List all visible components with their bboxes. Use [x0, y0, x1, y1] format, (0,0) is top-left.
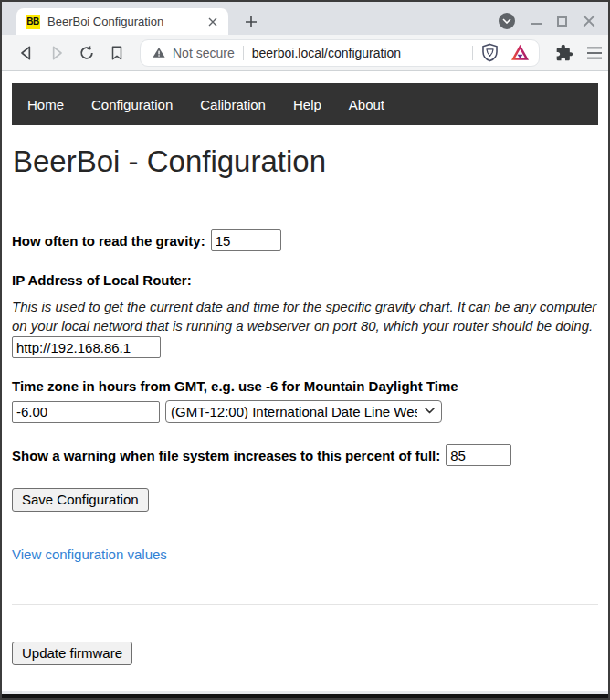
filesystem-warning-label: Show a warning when file system increase…: [12, 448, 440, 463]
toolbar-right-icons: [555, 44, 603, 62]
not-secure-warning-icon: [152, 46, 166, 59]
plus-icon: [245, 16, 258, 28]
nav-item-calibration[interactable]: Calibration: [200, 97, 266, 112]
maximize-button[interactable]: [557, 16, 567, 27]
close-icon: [208, 17, 217, 27]
close-window-button[interactable]: [583, 15, 595, 27]
router-ip-description: This is used to get the current date and…: [12, 297, 598, 335]
extensions-puzzle-icon[interactable]: [555, 44, 573, 62]
window-bottom-frame: [2, 691, 608, 698]
url-text: beerboi.local/configuration: [252, 46, 464, 60]
brave-shield-icon[interactable]: [481, 43, 499, 62]
forward-icon: [47, 44, 66, 62]
gravity-interval-input[interactable]: [211, 229, 281, 251]
window-controls: [499, 13, 595, 29]
reload-icon: [78, 44, 96, 62]
browser-window: BB BeerBoi Configuration: [0, 0, 610, 700]
nav-item-configuration[interactable]: Configuration: [91, 97, 173, 112]
forward-button[interactable]: [47, 43, 67, 63]
chevron-down-icon: [502, 18, 511, 24]
security-status-label: Not secure: [173, 46, 235, 60]
gravity-interval-row: How often to read the gravity:: [12, 229, 598, 251]
back-button[interactable]: [16, 43, 37, 63]
update-firmware-button[interactable]: Update firmware: [12, 642, 132, 665]
timezone-select[interactable]: (GMT-12:00) International Date Line West: [165, 400, 442, 423]
new-tab-button[interactable]: [241, 12, 261, 32]
filesystem-warning-input[interactable]: [446, 444, 511, 466]
page-content: Home Configuration Calibration Help Abou…: [2, 71, 608, 694]
minimize-button[interactable]: [531, 23, 542, 25]
filesystem-warning-row: Show a warning when file system increase…: [12, 444, 598, 466]
tab-title: BeerBoi Configuration: [47, 15, 205, 28]
view-configuration-link[interactable]: View configuration values: [12, 546, 167, 562]
gravity-interval-label: How often to read the gravity:: [12, 233, 205, 249]
reload-button[interactable]: [77, 43, 97, 63]
timezone-offset-input[interactable]: [12, 401, 160, 423]
nav-item-home[interactable]: Home: [27, 97, 64, 112]
tab-close-button[interactable]: [205, 14, 221, 30]
browser-toolbar: Not secure beerboi.local/configuration: [2, 35, 608, 71]
save-configuration-button[interactable]: Save Configuration: [12, 488, 149, 512]
browser-tab[interactable]: BB BeerBoi Configuration: [16, 8, 228, 35]
timezone-label: Time zone in hours from GMT, e.g. use -6…: [12, 378, 598, 394]
divider: [12, 604, 598, 605]
page-title: BeerBoi - Configuration: [13, 145, 598, 178]
brave-rewards-triangle-icon[interactable]: [510, 44, 530, 61]
bookmark-icon: [109, 45, 125, 61]
router-ip-label: IP Address of Local Router:: [12, 272, 192, 288]
address-bar[interactable]: Not secure beerboi.local/configuration: [140, 39, 540, 67]
tab-strip: BB BeerBoi Configuration: [2, 2, 608, 35]
favicon: BB: [26, 15, 40, 29]
router-ip-input[interactable]: [12, 336, 161, 358]
menu-hamburger-icon[interactable]: [586, 46, 603, 60]
bookmark-button[interactable]: [107, 43, 127, 63]
timezone-row: (GMT-12:00) International Date Line West: [12, 400, 598, 423]
site-navbar: Home Configuration Calibration Help Abou…: [12, 83, 598, 125]
nav-item-about[interactable]: About: [349, 97, 384, 112]
tab-search-button[interactable]: [499, 13, 515, 29]
separator: [472, 46, 473, 60]
back-icon: [17, 44, 36, 62]
separator: [243, 46, 244, 60]
nav-item-help[interactable]: Help: [293, 97, 321, 112]
